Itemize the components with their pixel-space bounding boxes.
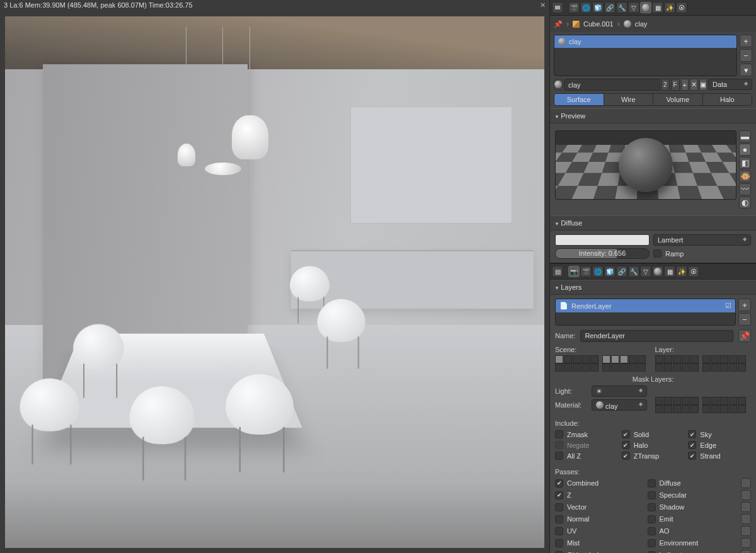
modifiers-tab-icon[interactable]: 🔧 xyxy=(616,2,627,13)
preview-cube-icon[interactable]: ◧ xyxy=(739,157,751,169)
pass-exclude-environment[interactable] xyxy=(741,538,751,548)
browse-material-icon[interactable] xyxy=(554,79,563,90)
pass-normal[interactable]: Normal xyxy=(555,514,643,524)
preview-sphere-icon[interactable]: ● xyxy=(739,144,751,156)
constraints-tab-icon[interactable]: 🔗 xyxy=(604,2,616,13)
object-tab-icon[interactable]: 🧊 xyxy=(592,2,604,13)
diffuse-panel-header[interactable]: Diffuse xyxy=(550,215,756,231)
render-viewport[interactable] xyxy=(5,16,544,548)
pass-uv[interactable]: UV xyxy=(555,526,643,536)
link-menu[interactable]: Data xyxy=(708,79,752,90)
physics-tab-icon[interactable]: ⦿ xyxy=(688,266,699,277)
fake-user-toggle[interactable]: F xyxy=(671,79,680,91)
constraints-tab-icon[interactable]: 🔗 xyxy=(616,266,627,277)
light-override-menu[interactable]: ☀ xyxy=(592,385,647,397)
pass-exclude-specular[interactable] xyxy=(741,490,751,500)
render-tab-icon[interactable] xyxy=(552,2,563,13)
particles-tab-icon[interactable]: ✨ xyxy=(664,2,675,13)
tab-wire[interactable]: Wire xyxy=(604,94,654,105)
data-tab-icon[interactable]: ▽ xyxy=(640,266,651,277)
visible-layer-grid[interactable] xyxy=(655,355,752,363)
pass-emit[interactable]: Emit xyxy=(648,514,735,524)
scene-layer-grid-row2[interactable] xyxy=(555,363,651,372)
pass-specular[interactable]: Specular xyxy=(648,490,735,500)
renderlayer-list[interactable]: 📄 RenderLayer ☑ xyxy=(555,299,736,326)
modifiers-tab-icon[interactable]: 🔧 xyxy=(628,266,639,277)
include-edge[interactable]: Edge xyxy=(688,440,751,450)
world-tab-icon[interactable]: 🌐 xyxy=(580,2,592,13)
material-slot-list[interactable]: clay xyxy=(554,35,737,76)
render-tab-icon[interactable]: 📷 xyxy=(568,266,580,277)
scene-tab-icon[interactable]: 🎬 xyxy=(568,2,580,13)
pass-object-index[interactable]: Object Index xyxy=(555,550,643,553)
scene-layer-grid[interactable] xyxy=(555,355,651,363)
material-override-menu[interactable]: clay xyxy=(592,399,647,411)
pass-z[interactable]: Z xyxy=(555,490,643,500)
remove-slot-button[interactable]: − xyxy=(740,49,752,62)
material-name-field[interactable] xyxy=(564,79,660,91)
ramp-toggle[interactable]: Ramp xyxy=(653,249,684,258)
add-layer-button[interactable]: + xyxy=(738,299,751,311)
include-allz[interactable]: All Z xyxy=(555,451,618,460)
tab-volume[interactable]: Volume xyxy=(653,94,703,105)
renderlayer-item[interactable]: 📄 RenderLayer ☑ xyxy=(556,299,735,312)
pass-exclude-indirect[interactable] xyxy=(741,550,751,553)
preview-panel-header[interactable]: Preview xyxy=(550,108,756,123)
pass-environment[interactable]: Environment xyxy=(648,538,735,548)
close-render-icon[interactable]: ✕ xyxy=(540,1,546,10)
pin-icon[interactable]: 📌 xyxy=(554,20,563,28)
include-zmask[interactable]: Zmask xyxy=(555,430,618,439)
scene-tab-icon[interactable]: 🎬 xyxy=(580,266,592,277)
diffuse-color-swatch[interactable] xyxy=(555,234,650,246)
preview-sky-icon[interactable]: ◐ xyxy=(739,197,751,208)
pin-layer-icon[interactable]: 📌 xyxy=(738,329,751,342)
texture-tab-icon[interactable]: ▦ xyxy=(652,2,663,13)
pass-exclude-shadow[interactable] xyxy=(741,502,751,512)
add-slot-button[interactable]: + xyxy=(740,35,752,47)
diffuse-shader-menu[interactable]: Lambert xyxy=(653,234,751,246)
pass-exclude-ao[interactable] xyxy=(741,526,751,536)
pass-ao[interactable]: AO xyxy=(648,526,735,536)
material-slot-item[interactable]: clay xyxy=(554,35,736,48)
world-tab-icon[interactable]: 🌐 xyxy=(592,266,604,277)
new-material-button[interactable]: + xyxy=(681,79,689,91)
pass-vector[interactable]: Vector xyxy=(555,502,643,512)
material-tab-icon[interactable] xyxy=(652,266,663,277)
pass-combined[interactable]: Combined xyxy=(555,478,643,488)
tab-surface[interactable]: Surface xyxy=(554,94,604,105)
material-tab-icon[interactable] xyxy=(640,2,651,13)
data-tab-icon[interactable]: ▽ xyxy=(628,2,639,13)
pass-shadow[interactable]: Shadow xyxy=(648,502,735,512)
unlink-material-button[interactable]: ✕ xyxy=(690,79,697,91)
tab-halo[interactable]: Halo xyxy=(703,94,752,105)
mask-layer-grid[interactable] xyxy=(655,397,752,405)
physics-tab-icon[interactable]: ⦿ xyxy=(676,2,687,13)
particles-tab-icon[interactable]: ✨ xyxy=(676,266,687,277)
mask-layer-grid-row2[interactable] xyxy=(655,405,752,413)
slot-menu-button[interactable]: ▾ xyxy=(740,64,752,76)
layer-name-field[interactable] xyxy=(580,330,733,342)
visible-layer-grid-row2[interactable] xyxy=(655,363,752,372)
pass-mist[interactable]: Mist xyxy=(555,538,643,548)
pass-exclude-diffuse[interactable] xyxy=(741,478,751,488)
include-strand[interactable]: Strand xyxy=(688,451,751,460)
pass-indirect[interactable]: Indirect xyxy=(648,550,735,553)
crumb-object[interactable]: Cube.001 xyxy=(583,20,614,28)
editor-type-icon[interactable]: ▤ xyxy=(552,266,563,277)
include-halo[interactable]: Halo xyxy=(622,440,685,450)
include-ztransp[interactable]: ZTransp xyxy=(622,451,685,460)
preview-monkey-icon[interactable]: 🐵 xyxy=(739,170,751,182)
intensity-slider[interactable]: Intensity: 0.656 xyxy=(555,248,650,259)
remove-layer-button[interactable]: − xyxy=(738,313,751,326)
renderlayer-enable-toggle[interactable]: ☑ xyxy=(725,302,731,310)
include-solid[interactable]: Solid xyxy=(622,430,685,439)
pass-exclude-emit[interactable] xyxy=(741,514,751,524)
node-toggle-icon[interactable]: ▣ xyxy=(699,79,707,91)
layers-panel-header[interactable]: Layers xyxy=(550,280,756,295)
pass-diffuse[interactable]: Diffuse xyxy=(648,478,735,488)
crumb-material[interactable]: clay xyxy=(635,20,648,28)
include-sky[interactable]: Sky xyxy=(688,430,751,439)
object-tab-icon[interactable]: 🧊 xyxy=(604,266,616,277)
texture-tab-icon[interactable]: ▦ xyxy=(664,266,675,277)
preview-hair-icon[interactable]: 〰 xyxy=(739,183,751,195)
